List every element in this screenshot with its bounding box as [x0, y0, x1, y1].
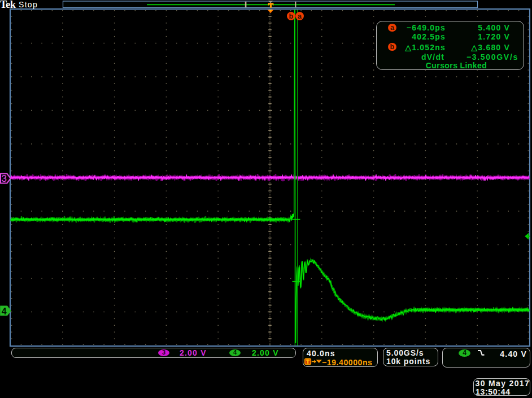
svg-text:3: 3	[1, 173, 6, 184]
svg-text:a: a	[298, 12, 302, 20]
svg-text:b: b	[289, 12, 294, 20]
svg-text:4: 4	[2, 307, 7, 316]
